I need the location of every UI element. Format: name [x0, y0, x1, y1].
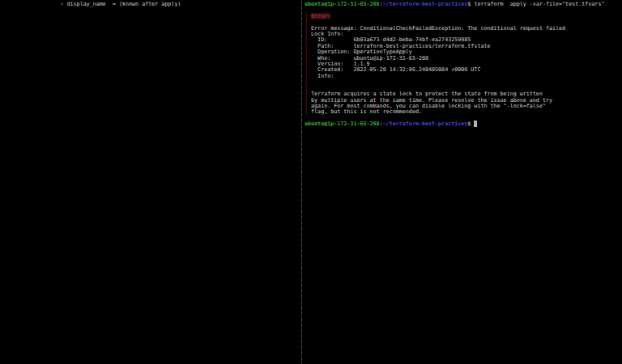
pane-divider[interactable] [301, 0, 302, 364]
prompt-path: ~/terraform-best-practices [383, 121, 468, 127]
terminal-line: │ Created: 2022-05-20 14:32:06.240485084… [305, 67, 620, 73]
error-label: Error: [311, 13, 330, 19]
terminal-text: Error message: ConditionalCheckFailedExc… [311, 25, 565, 32]
terminal-text: flag, but this is not recommended. [311, 108, 422, 115]
terminal-text: display_name = (known after apply) [64, 1, 181, 7]
terminal-line [305, 7, 620, 13]
terminal-text: Created: 2022-05-20 14:32:06.240485084 +… [311, 66, 480, 73]
prompt-user-host: ubuntu@ip-172-31-65-208 [305, 1, 380, 7]
prompt-path: ~/terraform-best-practices [383, 1, 468, 7]
terraform-apply-pane[interactable]: ubuntu@ip-172-31-65-208:~/terraform-best… [305, 2, 620, 128]
prompt-user-host: ubuntu@ip-172-31-65-208 [305, 121, 380, 127]
terminal-text [2, 1, 60, 7]
cursor-block [474, 121, 477, 127]
terminal-text: Info: [311, 73, 334, 79]
terminal-text: $ terraform apply -var-file="test.tfvars… [467, 1, 604, 7]
terminal-line: │ Error message: ConditionalCheckFailedE… [305, 26, 620, 32]
terminal-line: ubuntu@ip-172-31-65-208:~/terraform-best… [305, 2, 620, 7]
terminal-screen: + display_name = (known after apply) + e… [0, 0, 622, 364]
terminal-line: ubuntu@ip-172-31-65-208:~/terraform-best… [305, 121, 620, 127]
terminal-line: │ flag, but this is not recommended. [305, 109, 620, 115]
terraform-plan-pane[interactable]: + display_name = (known after apply) + e… [2, 1, 300, 363]
terminal-line: │ [305, 79, 620, 85]
terminal-line: + display_name = (known after apply) [2, 1, 300, 363]
terminal-line: │ Error: [305, 14, 620, 19]
terminal-line: │ Info: [305, 74, 620, 79]
